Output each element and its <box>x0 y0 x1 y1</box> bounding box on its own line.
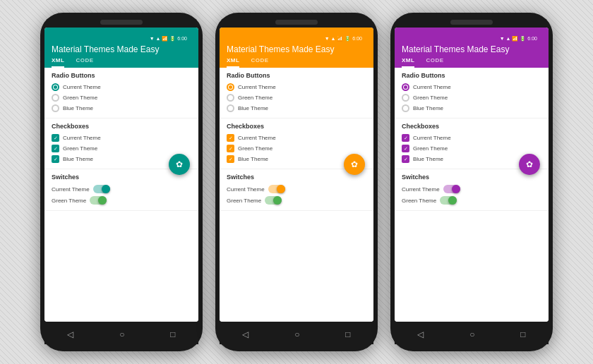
tab-code[interactable]: CODE <box>251 57 268 68</box>
status-bar: ▼ ▲ 📶 🔋 6:00 <box>402 33 541 44</box>
radio-circle[interactable] <box>227 94 234 102</box>
radio-item[interactable]: Blue Theme <box>402 103 541 114</box>
radio-item[interactable]: Current Theme <box>402 82 541 92</box>
tab-xml[interactable]: XML <box>402 57 414 68</box>
switch-label: Green Theme <box>227 198 261 204</box>
nav-icon[interactable]: ○ <box>294 329 299 339</box>
checkboxes-section-title: Checkboxes <box>227 123 366 130</box>
screen-content: Radio ButtonsCurrent ThemeGreen ThemeBlu… <box>44 68 198 322</box>
radio-label: Blue Theme <box>238 105 268 111</box>
status-icons: ▼ ▲ 📶 🔋 6:00 <box>325 36 362 42</box>
checkbox-item[interactable]: ✓Green Theme <box>227 143 366 154</box>
radio-section-title: Radio Buttons <box>402 72 541 79</box>
switches-section: SwitchesCurrent ThemeGreen Theme✿ <box>44 169 198 211</box>
radio-item[interactable]: Blue Theme <box>227 103 366 114</box>
switch-item[interactable]: Green Theme <box>227 195 366 206</box>
switch-item[interactable]: Green Theme <box>52 195 191 206</box>
switch-item[interactable]: Current Theme <box>227 183 366 195</box>
checkbox-item[interactable]: ✓Green Theme <box>402 143 541 154</box>
switches-section-title: Switches <box>52 174 191 181</box>
app-title: Material Themes Made Easy <box>402 44 541 54</box>
radio-item[interactable]: Current Theme <box>52 82 191 92</box>
switch-item[interactable]: Current Theme <box>402 183 541 195</box>
phone-notch <box>100 20 143 25</box>
app-title: Material Themes Made Easy <box>227 44 366 54</box>
switches-section: SwitchesCurrent ThemeGreen Theme✿ <box>220 169 373 211</box>
nav-icon[interactable]: ◁ <box>67 329 73 339</box>
switch-thumb <box>102 185 110 193</box>
radio-item[interactable]: Green Theme <box>227 92 366 103</box>
fab-button[interactable]: ✿ <box>519 154 540 175</box>
radio-label: Green Theme <box>63 95 97 101</box>
switch-toggle[interactable] <box>268 185 285 193</box>
phone-teal: ▼ ▲ 📶 🔋 6:00Material Themes Made EasyXML… <box>40 13 203 351</box>
fab-button[interactable]: ✿ <box>169 154 190 175</box>
checkbox-box[interactable]: ✓ <box>52 155 59 163</box>
tab-xml[interactable]: XML <box>227 57 239 68</box>
phone-bottom-nav: ◁○□ <box>44 324 198 344</box>
radio-circle[interactable] <box>402 94 409 102</box>
checkbox-label: Green Theme <box>63 145 97 152</box>
switch-item[interactable]: Current Theme <box>52 183 191 195</box>
nav-icon[interactable]: □ <box>520 329 525 339</box>
checkbox-box[interactable]: ✓ <box>52 145 59 152</box>
radio-label: Blue Theme <box>63 105 93 111</box>
tab-code[interactable]: CODE <box>426 57 443 68</box>
nav-icon[interactable]: ◁ <box>417 329 424 339</box>
radio-item[interactable]: Blue Theme <box>52 103 191 114</box>
radio-circle[interactable] <box>227 83 234 91</box>
checkbox-box[interactable]: ✓ <box>402 134 409 142</box>
tab-code[interactable]: CODE <box>76 57 93 68</box>
checkbox-item[interactable]: ✓Current Theme <box>52 133 191 143</box>
checkbox-label: Blue Theme <box>238 156 268 162</box>
screen-content: Radio ButtonsCurrent ThemeGreen ThemeBlu… <box>220 68 373 322</box>
radio-circle[interactable] <box>227 104 234 112</box>
radio-item[interactable]: Green Theme <box>402 92 541 103</box>
checkbox-box[interactable]: ✓ <box>227 145 234 152</box>
radio-circle[interactable] <box>52 104 59 112</box>
nav-icon[interactable]: □ <box>170 329 175 339</box>
checkbox-label: Current Theme <box>413 135 451 141</box>
checkbox-box[interactable]: ✓ <box>402 145 409 152</box>
tab-xml[interactable]: XML <box>52 57 64 68</box>
switches-section: SwitchesCurrent ThemeGreen Theme✿ <box>395 169 549 211</box>
checkbox-box[interactable]: ✓ <box>402 155 409 163</box>
checkbox-item[interactable]: ✓Current Theme <box>402 133 541 143</box>
checkbox-item[interactable]: ✓Current Theme <box>227 133 366 143</box>
radio-circle[interactable] <box>52 94 59 102</box>
nav-icon[interactable]: ○ <box>119 329 124 339</box>
radio-circle[interactable] <box>52 83 59 91</box>
switch-toggle[interactable] <box>443 185 460 193</box>
status-bar: ▼ ▲ 📶 🔋 6:00 <box>227 33 366 44</box>
switch-toggle[interactable] <box>93 185 110 193</box>
radio-section-title: Radio Buttons <box>52 72 191 79</box>
radio-item[interactable]: Green Theme <box>52 92 191 103</box>
checkbox-label: Blue Theme <box>413 156 443 162</box>
radio-item[interactable]: Current Theme <box>227 82 366 92</box>
switch-thumb <box>452 185 460 193</box>
nav-icon[interactable]: □ <box>345 329 350 339</box>
switch-label: Current Theme <box>402 186 440 193</box>
radio-buttons-section: Radio ButtonsCurrent ThemeGreen ThemeBlu… <box>44 68 198 119</box>
fab-button[interactable]: ✿ <box>344 154 365 175</box>
app-title: Material Themes Made Easy <box>52 44 191 54</box>
switch-label: Green Theme <box>402 198 436 204</box>
fab-icon: ✿ <box>176 159 183 169</box>
switch-toggle[interactable] <box>265 196 282 205</box>
phone-notch <box>450 20 493 25</box>
switch-toggle[interactable] <box>90 196 107 205</box>
checkbox-box[interactable]: ✓ <box>52 134 59 142</box>
checkbox-box[interactable]: ✓ <box>227 155 234 163</box>
radio-circle[interactable] <box>402 104 409 112</box>
checkbox-box[interactable]: ✓ <box>227 134 234 142</box>
radio-label: Current Theme <box>238 84 276 90</box>
phone-bottom-nav: ◁○□ <box>220 324 373 344</box>
radio-circle[interactable] <box>402 83 409 91</box>
nav-icon[interactable]: ○ <box>469 329 474 339</box>
checkbox-item[interactable]: ✓Green Theme <box>52 143 191 154</box>
switch-item[interactable]: Green Theme <box>402 195 541 206</box>
switch-toggle[interactable] <box>440 196 457 205</box>
switch-label: Current Theme <box>52 186 90 193</box>
radio-label: Current Theme <box>63 84 101 90</box>
nav-icon[interactable]: ◁ <box>242 329 248 339</box>
